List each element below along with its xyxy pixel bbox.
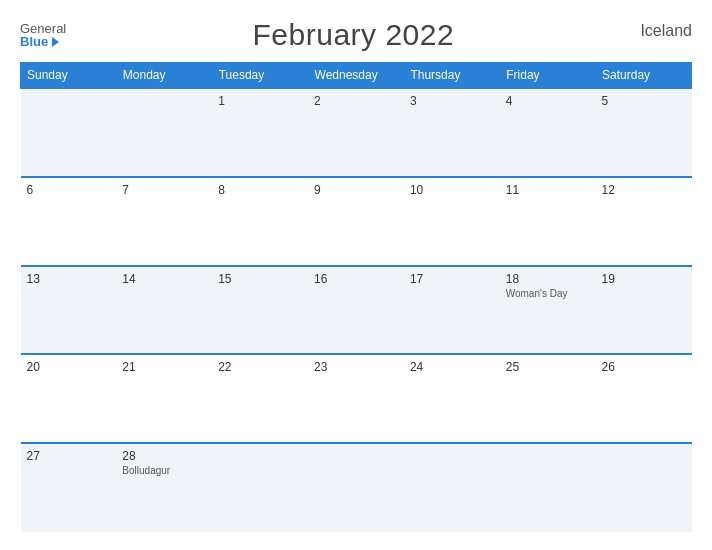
- day-number: 15: [218, 272, 302, 286]
- day-number: 16: [314, 272, 398, 286]
- event-label: Bolludagur: [122, 465, 206, 476]
- calendar-week-row: 6789101112: [21, 177, 692, 266]
- calendar-cell: 18Woman's Day: [500, 266, 596, 355]
- calendar-cell: 9: [308, 177, 404, 266]
- calendar-cell: [404, 443, 500, 532]
- day-number: 21: [122, 360, 206, 374]
- calendar-title: February 2022: [253, 18, 455, 52]
- calendar-cell: 21: [116, 354, 212, 443]
- day-number: 3: [410, 94, 494, 108]
- day-number: 24: [410, 360, 494, 374]
- logo-blue-text: Blue: [20, 35, 59, 48]
- logo-triangle-icon: [52, 37, 59, 47]
- calendar-cell: 2: [308, 88, 404, 177]
- calendar-cell: 7: [116, 177, 212, 266]
- calendar-cell: 1: [212, 88, 308, 177]
- weekday-header: Tuesday: [212, 63, 308, 89]
- calendar-cell: 16: [308, 266, 404, 355]
- calendar-cell: 19: [596, 266, 692, 355]
- day-number: 27: [27, 449, 111, 463]
- day-number: 1: [218, 94, 302, 108]
- calendar-cell: [500, 443, 596, 532]
- weekday-header: Saturday: [596, 63, 692, 89]
- calendar-week-row: 131415161718Woman's Day19: [21, 266, 692, 355]
- day-number: 14: [122, 272, 206, 286]
- day-number: 10: [410, 183, 494, 197]
- page: General Blue February 2022 Iceland Sunda…: [0, 0, 712, 550]
- calendar-week-row: 20212223242526: [21, 354, 692, 443]
- calendar-cell: 3: [404, 88, 500, 177]
- weekday-header: Friday: [500, 63, 596, 89]
- calendar-cell: [21, 88, 117, 177]
- calendar-body: 123456789101112131415161718Woman's Day19…: [21, 88, 692, 532]
- day-number: 23: [314, 360, 398, 374]
- calendar-header: SundayMondayTuesdayWednesdayThursdayFrid…: [21, 63, 692, 89]
- calendar-cell: [308, 443, 404, 532]
- day-number: 6: [27, 183, 111, 197]
- day-number: 5: [602, 94, 686, 108]
- calendar-cell: 23: [308, 354, 404, 443]
- calendar-cell: 13: [21, 266, 117, 355]
- day-number: 12: [602, 183, 686, 197]
- day-number: 28: [122, 449, 206, 463]
- day-number: 2: [314, 94, 398, 108]
- weekday-header: Monday: [116, 63, 212, 89]
- day-number: 13: [27, 272, 111, 286]
- calendar-cell: 12: [596, 177, 692, 266]
- calendar-cell: 5: [596, 88, 692, 177]
- calendar-cell: 26: [596, 354, 692, 443]
- weekday-row: SundayMondayTuesdayWednesdayThursdayFrid…: [21, 63, 692, 89]
- calendar-cell: 4: [500, 88, 596, 177]
- calendar-cell: [596, 443, 692, 532]
- day-number: 26: [602, 360, 686, 374]
- calendar-cell: 15: [212, 266, 308, 355]
- day-number: 20: [27, 360, 111, 374]
- weekday-header: Sunday: [21, 63, 117, 89]
- country-label: Iceland: [640, 22, 692, 40]
- calendar-cell: 8: [212, 177, 308, 266]
- calendar-cell: 14: [116, 266, 212, 355]
- logo: General Blue: [20, 22, 66, 48]
- day-number: 7: [122, 183, 206, 197]
- calendar-cell: 20: [21, 354, 117, 443]
- weekday-header: Thursday: [404, 63, 500, 89]
- day-number: 22: [218, 360, 302, 374]
- calendar-cell: 25: [500, 354, 596, 443]
- calendar-cell: [212, 443, 308, 532]
- day-number: 11: [506, 183, 590, 197]
- calendar-cell: 27: [21, 443, 117, 532]
- calendar-cell: 24: [404, 354, 500, 443]
- calendar-cell: 28Bolludagur: [116, 443, 212, 532]
- day-number: 9: [314, 183, 398, 197]
- calendar-week-row: 2728Bolludagur: [21, 443, 692, 532]
- calendar-cell: 6: [21, 177, 117, 266]
- calendar-table: SundayMondayTuesdayWednesdayThursdayFrid…: [20, 62, 692, 532]
- calendar-cell: [116, 88, 212, 177]
- day-number: 19: [602, 272, 686, 286]
- calendar-cell: 17: [404, 266, 500, 355]
- day-number: 18: [506, 272, 590, 286]
- calendar-cell: 11: [500, 177, 596, 266]
- calendar-week-row: 12345: [21, 88, 692, 177]
- calendar-cell: 22: [212, 354, 308, 443]
- day-number: 25: [506, 360, 590, 374]
- weekday-header: Wednesday: [308, 63, 404, 89]
- event-label: Woman's Day: [506, 288, 590, 299]
- header: General Blue February 2022 Iceland: [20, 18, 692, 52]
- day-number: 8: [218, 183, 302, 197]
- calendar-cell: 10: [404, 177, 500, 266]
- day-number: 17: [410, 272, 494, 286]
- day-number: 4: [506, 94, 590, 108]
